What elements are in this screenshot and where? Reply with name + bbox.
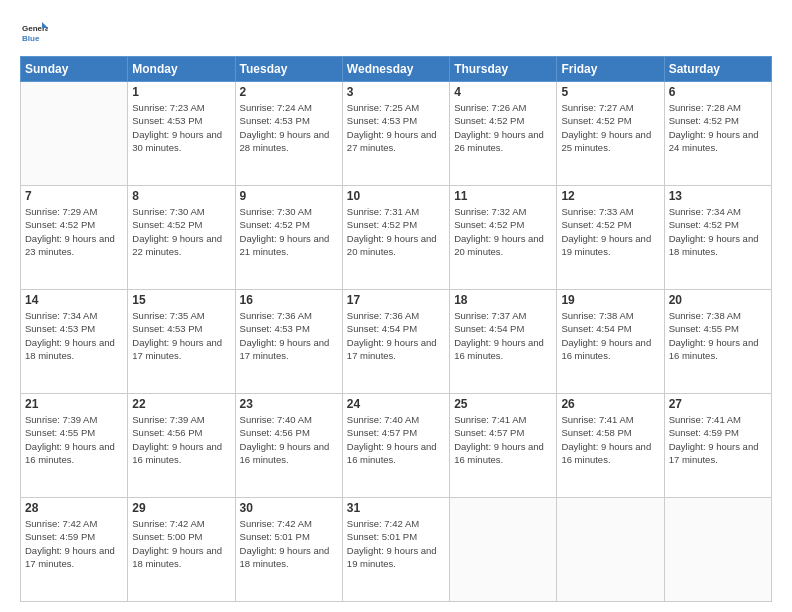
day-number: 29 [132,501,230,515]
calendar-cell: 23Sunrise: 7:40 AMSunset: 4:56 PMDayligh… [235,394,342,498]
day-number: 26 [561,397,659,411]
calendar-cell: 16Sunrise: 7:36 AMSunset: 4:53 PMDayligh… [235,290,342,394]
day-info: Sunrise: 7:28 AMSunset: 4:52 PMDaylight:… [669,101,767,154]
day-number: 11 [454,189,552,203]
weekday-header-tuesday: Tuesday [235,57,342,82]
day-info: Sunrise: 7:39 AMSunset: 4:55 PMDaylight:… [25,413,123,466]
weekday-header-friday: Friday [557,57,664,82]
day-info: Sunrise: 7:25 AMSunset: 4:53 PMDaylight:… [347,101,445,154]
day-number: 5 [561,85,659,99]
day-number: 22 [132,397,230,411]
day-number: 18 [454,293,552,307]
calendar-cell: 24Sunrise: 7:40 AMSunset: 4:57 PMDayligh… [342,394,449,498]
day-info: Sunrise: 7:38 AMSunset: 4:54 PMDaylight:… [561,309,659,362]
calendar-week-5: 28Sunrise: 7:42 AMSunset: 4:59 PMDayligh… [21,498,772,602]
day-number: 2 [240,85,338,99]
weekday-header-thursday: Thursday [450,57,557,82]
day-info: Sunrise: 7:41 AMSunset: 4:59 PMDaylight:… [669,413,767,466]
day-number: 27 [669,397,767,411]
day-info: Sunrise: 7:29 AMSunset: 4:52 PMDaylight:… [25,205,123,258]
calendar-cell: 3Sunrise: 7:25 AMSunset: 4:53 PMDaylight… [342,82,449,186]
calendar-table: SundayMondayTuesdayWednesdayThursdayFrid… [20,56,772,602]
calendar-cell [557,498,664,602]
day-info: Sunrise: 7:35 AMSunset: 4:53 PMDaylight:… [132,309,230,362]
day-number: 3 [347,85,445,99]
day-info: Sunrise: 7:41 AMSunset: 4:58 PMDaylight:… [561,413,659,466]
calendar-cell: 30Sunrise: 7:42 AMSunset: 5:01 PMDayligh… [235,498,342,602]
day-info: Sunrise: 7:34 AMSunset: 4:53 PMDaylight:… [25,309,123,362]
day-number: 15 [132,293,230,307]
day-number: 28 [25,501,123,515]
calendar-cell: 20Sunrise: 7:38 AMSunset: 4:55 PMDayligh… [664,290,771,394]
day-number: 17 [347,293,445,307]
calendar-cell: 17Sunrise: 7:36 AMSunset: 4:54 PMDayligh… [342,290,449,394]
day-info: Sunrise: 7:36 AMSunset: 4:54 PMDaylight:… [347,309,445,362]
day-number: 21 [25,397,123,411]
day-number: 7 [25,189,123,203]
day-number: 20 [669,293,767,307]
calendar-cell: 8Sunrise: 7:30 AMSunset: 4:52 PMDaylight… [128,186,235,290]
day-info: Sunrise: 7:36 AMSunset: 4:53 PMDaylight:… [240,309,338,362]
header: General Blue [20,18,772,46]
calendar-cell: 26Sunrise: 7:41 AMSunset: 4:58 PMDayligh… [557,394,664,498]
day-number: 8 [132,189,230,203]
day-info: Sunrise: 7:40 AMSunset: 4:57 PMDaylight:… [347,413,445,466]
day-number: 9 [240,189,338,203]
weekday-header-row: SundayMondayTuesdayWednesdayThursdayFrid… [21,57,772,82]
calendar-cell: 19Sunrise: 7:38 AMSunset: 4:54 PMDayligh… [557,290,664,394]
day-number: 4 [454,85,552,99]
day-info: Sunrise: 7:39 AMSunset: 4:56 PMDaylight:… [132,413,230,466]
day-info: Sunrise: 7:41 AMSunset: 4:57 PMDaylight:… [454,413,552,466]
day-number: 23 [240,397,338,411]
day-info: Sunrise: 7:37 AMSunset: 4:54 PMDaylight:… [454,309,552,362]
calendar-cell [450,498,557,602]
weekday-header-sunday: Sunday [21,57,128,82]
day-info: Sunrise: 7:34 AMSunset: 4:52 PMDaylight:… [669,205,767,258]
calendar-cell [21,82,128,186]
calendar-cell: 31Sunrise: 7:42 AMSunset: 5:01 PMDayligh… [342,498,449,602]
logo-icon: General Blue [20,18,48,46]
day-info: Sunrise: 7:42 AMSunset: 5:01 PMDaylight:… [347,517,445,570]
day-number: 1 [132,85,230,99]
day-number: 25 [454,397,552,411]
calendar-cell: 27Sunrise: 7:41 AMSunset: 4:59 PMDayligh… [664,394,771,498]
day-info: Sunrise: 7:23 AMSunset: 4:53 PMDaylight:… [132,101,230,154]
day-info: Sunrise: 7:42 AMSunset: 4:59 PMDaylight:… [25,517,123,570]
calendar-cell: 22Sunrise: 7:39 AMSunset: 4:56 PMDayligh… [128,394,235,498]
calendar-page: General Blue SundayMondayTuesdayWednesda… [0,0,792,612]
weekday-header-saturday: Saturday [664,57,771,82]
calendar-cell: 2Sunrise: 7:24 AMSunset: 4:53 PMDaylight… [235,82,342,186]
day-info: Sunrise: 7:30 AMSunset: 4:52 PMDaylight:… [132,205,230,258]
day-number: 16 [240,293,338,307]
calendar-week-1: 1Sunrise: 7:23 AMSunset: 4:53 PMDaylight… [21,82,772,186]
calendar-cell: 1Sunrise: 7:23 AMSunset: 4:53 PMDaylight… [128,82,235,186]
calendar-cell: 6Sunrise: 7:28 AMSunset: 4:52 PMDaylight… [664,82,771,186]
day-number: 13 [669,189,767,203]
weekday-header-wednesday: Wednesday [342,57,449,82]
calendar-cell: 14Sunrise: 7:34 AMSunset: 4:53 PMDayligh… [21,290,128,394]
day-info: Sunrise: 7:42 AMSunset: 5:01 PMDaylight:… [240,517,338,570]
calendar-cell: 25Sunrise: 7:41 AMSunset: 4:57 PMDayligh… [450,394,557,498]
day-info: Sunrise: 7:42 AMSunset: 5:00 PMDaylight:… [132,517,230,570]
logo: General Blue [20,18,52,46]
calendar-cell [664,498,771,602]
calendar-week-2: 7Sunrise: 7:29 AMSunset: 4:52 PMDaylight… [21,186,772,290]
day-info: Sunrise: 7:32 AMSunset: 4:52 PMDaylight:… [454,205,552,258]
day-number: 14 [25,293,123,307]
day-info: Sunrise: 7:30 AMSunset: 4:52 PMDaylight:… [240,205,338,258]
day-number: 12 [561,189,659,203]
day-number: 24 [347,397,445,411]
day-info: Sunrise: 7:38 AMSunset: 4:55 PMDaylight:… [669,309,767,362]
calendar-cell: 29Sunrise: 7:42 AMSunset: 5:00 PMDayligh… [128,498,235,602]
day-number: 6 [669,85,767,99]
day-number: 30 [240,501,338,515]
day-info: Sunrise: 7:40 AMSunset: 4:56 PMDaylight:… [240,413,338,466]
calendar-cell: 5Sunrise: 7:27 AMSunset: 4:52 PMDaylight… [557,82,664,186]
calendar-week-3: 14Sunrise: 7:34 AMSunset: 4:53 PMDayligh… [21,290,772,394]
calendar-cell: 28Sunrise: 7:42 AMSunset: 4:59 PMDayligh… [21,498,128,602]
calendar-cell: 21Sunrise: 7:39 AMSunset: 4:55 PMDayligh… [21,394,128,498]
calendar-cell: 9Sunrise: 7:30 AMSunset: 4:52 PMDaylight… [235,186,342,290]
calendar-cell: 15Sunrise: 7:35 AMSunset: 4:53 PMDayligh… [128,290,235,394]
svg-text:Blue: Blue [22,34,40,43]
calendar-week-4: 21Sunrise: 7:39 AMSunset: 4:55 PMDayligh… [21,394,772,498]
